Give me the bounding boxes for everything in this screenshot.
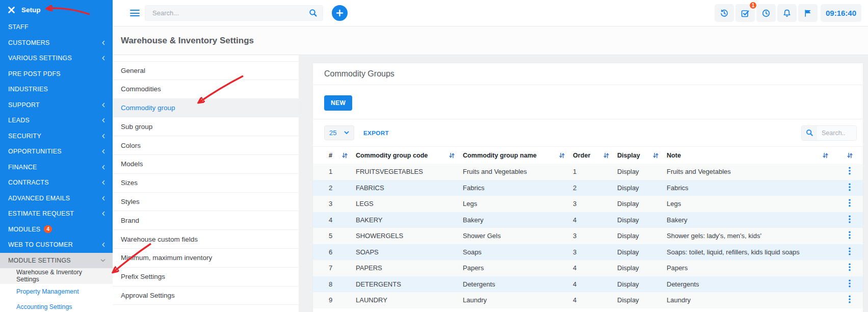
row-menu-kebab-icon[interactable]	[849, 263, 851, 271]
sort-icon	[559, 152, 565, 159]
row-menu-kebab-icon[interactable]	[849, 215, 851, 223]
col-header-order[interactable]: Order	[573, 152, 617, 159]
cell-code: LEGS	[356, 200, 463, 207]
table-row[interactable]: 9 LAUNDRY Laundry 4 Display Laundry	[313, 292, 863, 308]
history-button[interactable]	[715, 4, 734, 22]
clock-button[interactable]	[756, 4, 776, 22]
table-search-input[interactable]	[817, 126, 856, 140]
row-menu-kebab-icon[interactable]	[849, 183, 851, 191]
hamburger-menu-icon[interactable]	[130, 8, 140, 18]
table-row[interactable]: 7 PAPERS Papers 4 Display Papers	[313, 260, 863, 276]
sidebar-item-label: OPPORTUNITIES	[8, 148, 62, 155]
cell-number: 8	[313, 280, 356, 288]
row-menu-kebab-icon[interactable]	[849, 199, 851, 207]
col-header-note[interactable]: Note	[667, 152, 836, 159]
row-menu-kebab-icon[interactable]	[849, 167, 851, 175]
row-menu-kebab-icon[interactable]	[849, 279, 851, 288]
sort-icon	[823, 152, 828, 159]
sidebar-item-support[interactable]: SUPPORT	[0, 97, 113, 113]
settings-menu-label: Colors	[121, 142, 141, 149]
sidebar-item-security[interactable]: SECURITY	[0, 128, 113, 144]
settings-menu-item-colors[interactable]: Colors	[113, 136, 299, 155]
col-header-display[interactable]: Display	[617, 152, 667, 159]
sidebar-item-pre-post-pdfs[interactable]: PRE POST PDFS	[0, 66, 113, 82]
settings-menu-label: Styles	[121, 198, 140, 205]
chevron-left-icon	[101, 149, 106, 154]
sidebar-item-staff[interactable]: STAFF	[0, 19, 113, 35]
table-row[interactable]: 6 SOAPS Soaps 3 Display Soaps: toilet, l…	[313, 244, 863, 261]
close-icon[interactable]	[8, 7, 15, 13]
notifications-button[interactable]	[777, 4, 797, 22]
settings-menu-item-prefix-settings[interactable]: Prefix Settings	[113, 268, 299, 287]
sidebar-item-industries[interactable]: INDUSTRIES	[0, 82, 113, 97]
settings-menu-item-approval-settings[interactable]: Approval Settings	[113, 287, 299, 305]
global-search-input[interactable]	[145, 5, 323, 21]
table-row[interactable]: 2 FABRICS Fabrics 2 Display Fabrics	[313, 180, 863, 196]
cell-note: Legs	[667, 200, 836, 207]
cell-code: BAKERY	[356, 216, 463, 224]
cell-actions	[836, 183, 863, 193]
add-new-button[interactable]	[332, 5, 348, 21]
table-row[interactable]: 5 SHOWERGELS Shower Gels 3 Display Showe…	[313, 228, 863, 244]
sidebar-item-finance[interactable]: FINANCE	[0, 160, 113, 175]
settings-menu-label: Sub group	[121, 123, 152, 131]
sidebar-item-advanced-emails[interactable]: ADVANCED EMAILS	[0, 191, 113, 206]
new-button[interactable]: NEW	[324, 95, 352, 111]
sidebar-item-module-settings[interactable]: MODULE SETTINGS	[0, 253, 113, 269]
settings-menu-item-brand[interactable]: Brand	[113, 211, 299, 230]
history-icon	[720, 9, 729, 18]
settings-menu-item-sub-group[interactable]: Sub group	[113, 117, 299, 136]
tasks-button[interactable]: 1	[735, 4, 755, 22]
sidebar-item-label: FINANCE	[8, 164, 37, 171]
cell-note: Fabrics	[667, 184, 836, 192]
sidebar-item-estimate-request[interactable]: ESTIMATE REQUEST	[0, 206, 113, 222]
col-header-name[interactable]: Commodity group name	[463, 152, 573, 159]
search-icon[interactable]	[309, 9, 318, 19]
row-menu-kebab-icon[interactable]	[849, 247, 851, 255]
col-header-code[interactable]: Commodity group code	[356, 152, 463, 159]
cell-name: Papers	[463, 264, 573, 272]
settings-menu-item-commodity-group[interactable]: Commodity group	[113, 99, 299, 118]
settings-menu-item-styles[interactable]: Styles	[113, 193, 299, 212]
cell-note: Bakery	[667, 216, 836, 224]
table-row[interactable]: 4 BAKERY Bakery 4 Display Bakery	[313, 212, 863, 228]
sidebar-subitem-warehouse-inventory-settings[interactable]: Warehouse & Inventory Settings	[0, 268, 113, 284]
sidebar-item-leads[interactable]: LEADS	[0, 113, 113, 128]
flag-button[interactable]	[798, 4, 818, 22]
settings-menu-item-models[interactable]: Models	[113, 155, 299, 174]
row-menu-kebab-icon[interactable]	[849, 231, 851, 239]
row-menu-kebab-icon[interactable]	[849, 295, 851, 303]
cell-code: PAPERS	[356, 264, 463, 272]
global-search	[145, 5, 323, 21]
plus-icon	[336, 9, 344, 17]
settings-menu-item-commodities[interactable]: Commodities	[113, 80, 299, 99]
table-search	[801, 125, 857, 141]
sidebar-nav: STAFF CUSTOMERS VARIOUS SETTINGS PRE POS…	[0, 19, 113, 268]
settings-menu-item-warehouse-custom-fields[interactable]: Warehouse custom fields	[113, 230, 299, 249]
sidebar-item-customers[interactable]: CUSTOMERS	[0, 35, 113, 51]
col-header-number[interactable]: #	[313, 152, 356, 159]
sidebar-header: Setup	[0, 0, 113, 19]
table-row[interactable]: 8 DETERGENTS Detergents 4 Display Deterg…	[313, 276, 863, 293]
settings-menu-item-sizes[interactable]: Sizes	[113, 174, 299, 193]
export-link[interactable]: EXPORT	[363, 129, 389, 136]
sidebar-item-contracts[interactable]: CONTRACTS	[0, 175, 113, 191]
sidebar-subitem-accounting-settings[interactable]: Accounting Settings	[0, 299, 113, 312]
sidebar-item-opportunities[interactable]: OPPORTUNITIES	[0, 144, 113, 160]
cell-name: Fruits and Vegetables	[463, 168, 573, 175]
col-header-actions[interactable]	[836, 152, 863, 159]
settings-menu-item-general[interactable]: General	[113, 61, 299, 80]
sidebar-item-web-to-customer[interactable]: WEB TO CUSTOMER	[0, 237, 113, 253]
sidebar-item-label: VARIOUS SETTINGS	[8, 55, 72, 62]
page-size-select[interactable]: 25	[324, 125, 354, 140]
table-row[interactable]: 1 FRUITSVEGETABLES Fruits and Vegetables…	[313, 164, 863, 180]
cell-name: Soaps	[463, 248, 573, 256]
settings-menu-item-permissions[interactable]: Permissions	[113, 305, 299, 312]
sidebar-item-various-settings[interactable]: VARIOUS SETTINGS	[0, 50, 113, 66]
sidebar-subitem-property-management[interactable]: Property Management	[0, 284, 113, 300]
sidebar-item-modules[interactable]: MODULES 4	[0, 222, 113, 238]
table-row[interactable]: 3 LEGS Legs 3 Display Legs	[313, 196, 863, 212]
table-search-icon[interactable]	[802, 126, 817, 140]
settings-menu-item-minimum-maximum-inventory[interactable]: Minimum, maximum inventory	[113, 249, 299, 268]
cell-name: Legs	[463, 200, 573, 207]
